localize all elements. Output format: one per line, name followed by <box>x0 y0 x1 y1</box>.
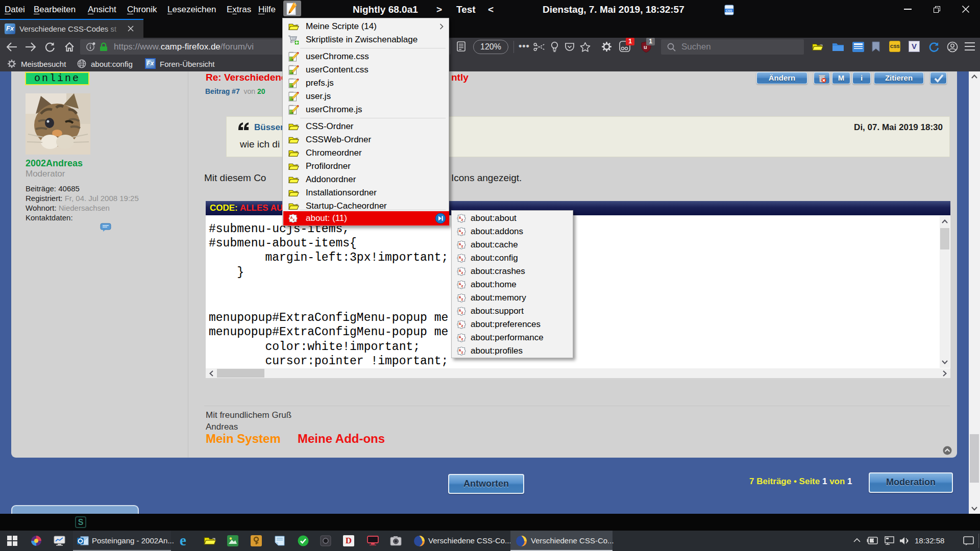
svg-text:z: z <box>293 217 295 222</box>
svg-text:CSS: CSS <box>726 9 732 12</box>
